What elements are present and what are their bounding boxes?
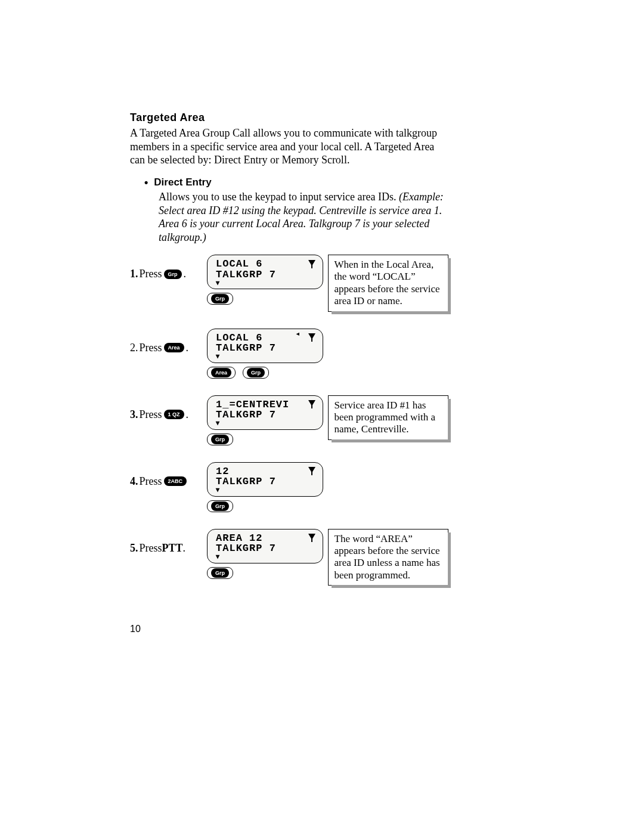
lcd-caret-icon: ▾ <box>216 352 317 360</box>
press-label: Press <box>140 475 162 488</box>
callout-box: The word “AREA” appears before the servi… <box>328 529 448 586</box>
softkey-outline: Grp <box>207 500 233 512</box>
section-heading: Targeted Area <box>130 112 448 124</box>
antenna-icon <box>308 260 317 268</box>
step-5: 5. Press PTT . AREA 12 TALKGRP 7 <box>130 529 448 586</box>
sub-list: • Direct Entry Allows you to use the key… <box>144 176 448 244</box>
lcd-caret-icon: ▾ <box>216 486 317 494</box>
callout-box: Service area ID #1 has been programmed w… <box>328 395 448 440</box>
lcd-line1: LOCAL 6 <box>216 259 262 270</box>
antenna-icon <box>308 534 317 542</box>
period: . <box>186 408 189 421</box>
lcd-screen: LOCAL 6 TALKGRP 7 ▾ <box>207 329 323 363</box>
press-label: Press <box>140 542 162 555</box>
lcd-caret-icon: ▾ <box>216 419 317 427</box>
sub-heading: Direct Entry <box>154 176 211 190</box>
softkey-outline: Grp <box>207 293 233 305</box>
lcd-screen: LOCAL 6 TALKGRP 7 ▾ <box>207 255 323 289</box>
period: . <box>183 542 186 555</box>
area-key: Area <box>211 368 231 377</box>
press-label: Press <box>140 408 162 421</box>
grp-key: Grp <box>164 270 182 279</box>
lcd-screen: 1_=CENTREVI TALKGRP 7 ▾ <box>207 395 323 430</box>
softkeys: Area Grp <box>207 367 326 379</box>
step-number: 4. <box>130 475 138 488</box>
lcd-caret-icon: ▾ <box>216 279 317 287</box>
step-instruction: 1. Press Grp . <box>130 255 207 280</box>
lcd-line1: LOCAL 6 <box>216 333 262 343</box>
softkey-outline: Area <box>207 367 236 379</box>
step-number: 2. <box>130 342 138 354</box>
sub-body-plain: Allows you to use the keypad to input se… <box>159 191 399 203</box>
step-display: LOCAL 6 TALKGRP 7 ▾ Area <box>207 329 326 379</box>
intro-paragraph: A Targeted Area Group Call allows you to… <box>130 126 448 167</box>
step-display: 12 TALKGRP 7 ▾ Grp <box>207 462 326 512</box>
softkey-outline: Grp <box>243 367 269 379</box>
step-number: 3. <box>130 408 138 421</box>
page: Targeted Area A Targeted Area Group Call… <box>0 0 644 833</box>
softkey-outline: Grp <box>207 433 233 445</box>
softkeys: Grp <box>207 433 326 445</box>
step-instruction: 2. Press Area . <box>130 329 207 354</box>
one-key: 1 QZ <box>164 410 184 419</box>
step-4: 4. Press 2ABC 12 TALKGRP 7 ▾ <box>130 462 448 512</box>
callout-box: When in the Local Area, the word “LOCAL”… <box>328 255 448 312</box>
page-number: 10 <box>130 624 141 634</box>
step-3: 3. Press 1 QZ . 1_=CENTREVI TALKGRP 7 <box>130 395 448 445</box>
grp-key: Grp <box>211 294 229 304</box>
step-1: 1. Press Grp . LOCAL 6 TALKGRP 7 <box>130 255 448 312</box>
steps: 1. Press Grp . LOCAL 6 TALKGRP 7 <box>130 255 448 586</box>
lcd-caret-icon: ▾ <box>216 553 317 561</box>
softkeys: Grp <box>207 293 326 305</box>
content: Targeted Area A Targeted Area Group Call… <box>130 112 448 602</box>
step-callout-col: The word “AREA” appears before the servi… <box>328 529 448 586</box>
step-callout-col: When in the Local Area, the word “LOCAL”… <box>328 255 448 312</box>
press-label: Press <box>140 342 162 354</box>
antenna-icon <box>308 467 317 475</box>
step-display: 1_=CENTREVI TALKGRP 7 ▾ Grp <box>207 395 326 445</box>
signal-icon <box>296 333 307 342</box>
step-2: 2. Press Area . LOCAL 6 <box>130 329 448 379</box>
grp-key: Grp <box>211 435 229 444</box>
step-callout-col: Service area ID #1 has been programmed w… <box>328 395 448 440</box>
softkeys: Grp <box>207 567 326 579</box>
bullet: • <box>144 176 148 190</box>
sub-body: Allows you to use the keypad to input se… <box>159 190 448 244</box>
softkey-outline: Grp <box>207 567 233 579</box>
grp-key: Grp <box>211 568 229 578</box>
step-instruction: 5. Press PTT . <box>130 529 207 555</box>
step-instruction: 3. Press 1 QZ . <box>130 395 207 421</box>
step-instruction: 4. Press 2ABC <box>130 462 207 488</box>
two-key: 2ABC <box>164 476 187 486</box>
step-number: 1. <box>130 268 138 280</box>
lcd-screen: 12 TALKGRP 7 ▾ <box>207 462 323 497</box>
antenna-icon <box>308 400 317 408</box>
lcd-line1: 1_=CENTREVI <box>216 400 289 410</box>
area-key: Area <box>164 343 184 352</box>
antenna-icon <box>308 333 317 342</box>
period: . <box>184 268 187 280</box>
lcd-screen: AREA 12 TALKGRP 7 ▾ <box>207 529 323 563</box>
lcd-line1: AREA 12 <box>216 533 262 544</box>
step-number: 5. <box>130 542 138 555</box>
press-label: Press <box>140 268 162 280</box>
step-display: LOCAL 6 TALKGRP 7 ▾ Grp <box>207 255 326 305</box>
period: . <box>186 342 189 354</box>
grp-key: Grp <box>247 368 265 377</box>
softkeys: Grp <box>207 500 326 512</box>
ptt-label: PTT <box>162 542 183 555</box>
step-display: AREA 12 TALKGRP 7 ▾ Grp <box>207 529 326 579</box>
lcd-line1: 12 <box>216 466 229 477</box>
grp-key: Grp <box>211 501 229 511</box>
